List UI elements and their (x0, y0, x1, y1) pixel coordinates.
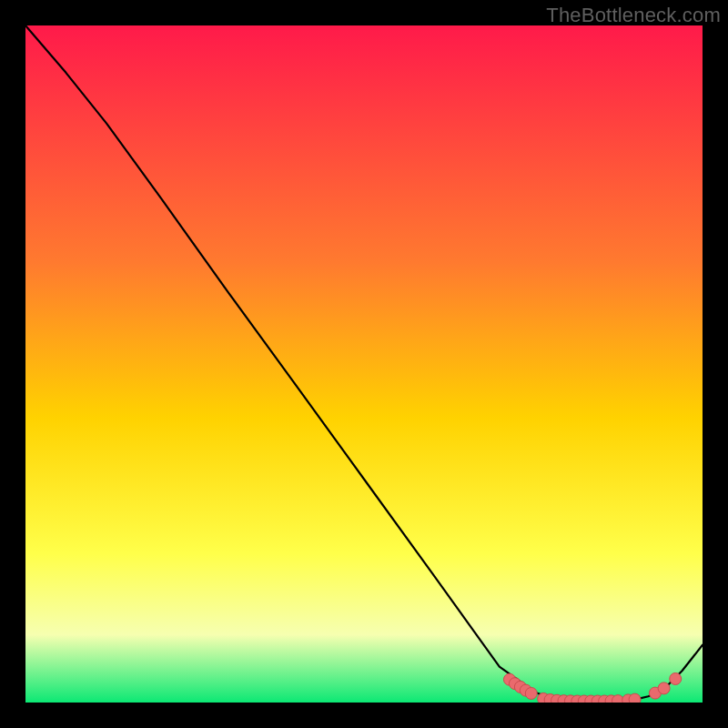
data-marker (670, 672, 682, 684)
data-marker (658, 682, 670, 694)
chart-container: TheBottleneck.com (0, 0, 728, 728)
data-marker (629, 693, 641, 703)
gradient-background (25, 25, 703, 703)
data-marker (525, 687, 537, 699)
watermark-text: TheBottleneck.com (546, 4, 721, 27)
plot-svg (25, 25, 703, 703)
plot-area (25, 25, 703, 703)
